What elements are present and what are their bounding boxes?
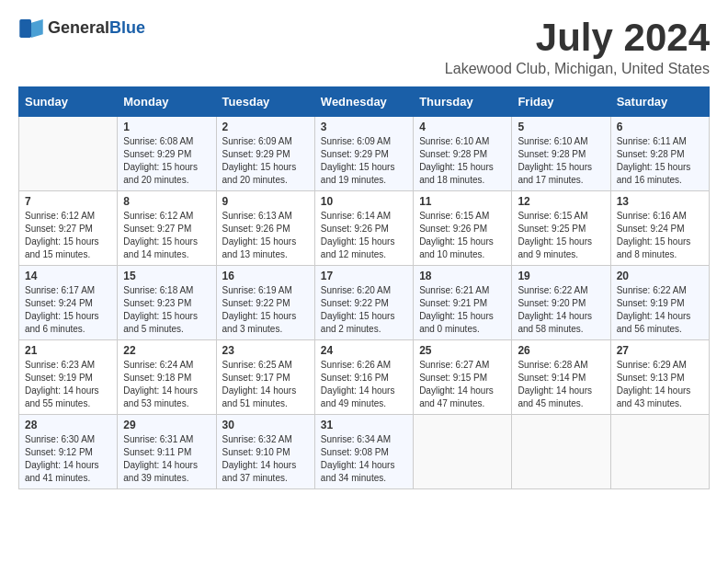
calendar-cell bbox=[414, 415, 512, 489]
logo-general: General bbox=[48, 18, 109, 37]
cell-content: Sunrise: 6:10 AM Sunset: 9:28 PM Dayligh… bbox=[518, 135, 604, 187]
calendar-cell: 11Sunrise: 6:15 AM Sunset: 9:26 PM Dayli… bbox=[414, 191, 512, 266]
location-subtitle: Lakewood Club, Michigan, United States bbox=[445, 61, 710, 77]
cell-content: Sunrise: 6:11 AM Sunset: 9:28 PM Dayligh… bbox=[617, 135, 703, 187]
day-number: 15 bbox=[123, 270, 210, 282]
calendar-week-row: 21Sunrise: 6:23 AM Sunset: 9:19 PM Dayli… bbox=[19, 340, 710, 415]
day-number: 7 bbox=[25, 195, 111, 208]
calendar-cell: 15Sunrise: 6:18 AM Sunset: 9:23 PM Dayli… bbox=[118, 266, 216, 340]
cell-content: Sunrise: 6:22 AM Sunset: 9:20 PM Dayligh… bbox=[518, 284, 604, 336]
cell-content: Sunrise: 6:10 AM Sunset: 9:28 PM Dayligh… bbox=[419, 135, 506, 187]
calendar-cell: 17Sunrise: 6:20 AM Sunset: 9:22 PM Dayli… bbox=[314, 266, 413, 340]
cell-content: Sunrise: 6:30 AM Sunset: 9:12 PM Dayligh… bbox=[25, 433, 111, 485]
calendar-cell: 2Sunrise: 6:09 AM Sunset: 9:29 PM Daylig… bbox=[216, 117, 314, 191]
calendar-cell bbox=[610, 415, 709, 489]
day-number: 27 bbox=[617, 344, 703, 357]
calendar-week-row: 7Sunrise: 6:12 AM Sunset: 9:27 PM Daylig… bbox=[19, 191, 710, 266]
cell-content: Sunrise: 6:26 AM Sunset: 9:16 PM Dayligh… bbox=[321, 359, 407, 410]
day-number: 5 bbox=[518, 121, 604, 133]
day-number: 1 bbox=[123, 121, 210, 133]
calendar-cell: 14Sunrise: 6:17 AM Sunset: 9:24 PM Dayli… bbox=[19, 266, 118, 340]
month-year-title: July 2024 bbox=[445, 18, 710, 57]
cell-content: Sunrise: 6:09 AM Sunset: 9:29 PM Dayligh… bbox=[321, 135, 407, 187]
cell-content: Sunrise: 6:24 AM Sunset: 9:18 PM Dayligh… bbox=[123, 359, 210, 410]
col-monday: Monday bbox=[118, 87, 216, 117]
calendar-cell: 16Sunrise: 6:19 AM Sunset: 9:22 PM Dayli… bbox=[216, 266, 314, 340]
calendar-cell: 28Sunrise: 6:30 AM Sunset: 9:12 PM Dayli… bbox=[19, 415, 118, 489]
day-number: 4 bbox=[419, 121, 506, 133]
day-number: 2 bbox=[222, 121, 309, 133]
cell-content: Sunrise: 6:13 AM Sunset: 9:26 PM Dayligh… bbox=[222, 210, 309, 261]
calendar-cell: 5Sunrise: 6:10 AM Sunset: 9:28 PM Daylig… bbox=[512, 117, 610, 191]
calendar-cell: 22Sunrise: 6:24 AM Sunset: 9:18 PM Dayli… bbox=[118, 340, 216, 415]
calendar-cell: 25Sunrise: 6:27 AM Sunset: 9:15 PM Dayli… bbox=[414, 340, 512, 415]
day-number: 16 bbox=[222, 270, 309, 282]
calendar-cell: 12Sunrise: 6:15 AM Sunset: 9:25 PM Dayli… bbox=[512, 191, 610, 266]
calendar-cell: 26Sunrise: 6:28 AM Sunset: 9:14 PM Dayli… bbox=[512, 340, 610, 415]
cell-content: Sunrise: 6:27 AM Sunset: 9:15 PM Dayligh… bbox=[419, 359, 506, 410]
cell-content: Sunrise: 6:18 AM Sunset: 9:23 PM Dayligh… bbox=[123, 284, 210, 336]
cell-content: Sunrise: 6:21 AM Sunset: 9:21 PM Dayligh… bbox=[419, 284, 506, 336]
calendar-cell: 27Sunrise: 6:29 AM Sunset: 9:13 PM Dayli… bbox=[610, 340, 709, 415]
day-number: 12 bbox=[518, 195, 604, 208]
cell-content: Sunrise: 6:32 AM Sunset: 9:10 PM Dayligh… bbox=[222, 433, 309, 485]
day-number: 21 bbox=[25, 344, 111, 357]
logo-text: GeneralBlue bbox=[48, 18, 145, 38]
cell-content: Sunrise: 6:09 AM Sunset: 9:29 PM Dayligh… bbox=[222, 135, 309, 187]
calendar-cell: 4Sunrise: 6:10 AM Sunset: 9:28 PM Daylig… bbox=[414, 117, 512, 191]
calendar-cell: 30Sunrise: 6:32 AM Sunset: 9:10 PM Dayli… bbox=[216, 415, 314, 489]
calendar-cell: 31Sunrise: 6:34 AM Sunset: 9:08 PM Dayli… bbox=[314, 415, 413, 489]
col-friday: Friday bbox=[512, 87, 610, 117]
calendar-table: Sunday Monday Tuesday Wednesday Thursday… bbox=[18, 86, 710, 489]
day-number: 17 bbox=[321, 270, 407, 282]
page-header: GeneralBlue July 2024 Lakewood Club, Mic… bbox=[18, 18, 710, 77]
days-of-week-row: Sunday Monday Tuesday Wednesday Thursday… bbox=[19, 87, 710, 117]
col-wednesday: Wednesday bbox=[314, 87, 413, 117]
cell-content: Sunrise: 6:15 AM Sunset: 9:25 PM Dayligh… bbox=[518, 210, 604, 261]
cell-content: Sunrise: 6:25 AM Sunset: 9:17 PM Dayligh… bbox=[222, 359, 309, 410]
day-number: 20 bbox=[617, 270, 703, 282]
calendar-cell: 13Sunrise: 6:16 AM Sunset: 9:24 PM Dayli… bbox=[610, 191, 709, 266]
svg-marker-1 bbox=[31, 19, 43, 38]
day-number: 24 bbox=[321, 344, 407, 357]
day-number: 9 bbox=[222, 195, 309, 208]
day-number: 14 bbox=[25, 270, 111, 282]
cell-content: Sunrise: 6:08 AM Sunset: 9:29 PM Dayligh… bbox=[123, 135, 210, 187]
calendar-cell: 21Sunrise: 6:23 AM Sunset: 9:19 PM Dayli… bbox=[19, 340, 118, 415]
calendar-week-row: 14Sunrise: 6:17 AM Sunset: 9:24 PM Dayli… bbox=[19, 266, 710, 340]
col-thursday: Thursday bbox=[414, 87, 512, 117]
calendar-cell: 6Sunrise: 6:11 AM Sunset: 9:28 PM Daylig… bbox=[610, 117, 709, 191]
calendar-cell: 18Sunrise: 6:21 AM Sunset: 9:21 PM Dayli… bbox=[414, 266, 512, 340]
day-number: 25 bbox=[419, 344, 506, 357]
calendar-cell: 24Sunrise: 6:26 AM Sunset: 9:16 PM Dayli… bbox=[314, 340, 413, 415]
cell-content: Sunrise: 6:12 AM Sunset: 9:27 PM Dayligh… bbox=[25, 210, 111, 261]
cell-content: Sunrise: 6:34 AM Sunset: 9:08 PM Dayligh… bbox=[321, 433, 407, 485]
day-number: 22 bbox=[123, 344, 210, 357]
day-number: 31 bbox=[321, 419, 407, 431]
day-number: 8 bbox=[123, 195, 210, 208]
calendar-cell bbox=[512, 415, 610, 489]
cell-content: Sunrise: 6:20 AM Sunset: 9:22 PM Dayligh… bbox=[321, 284, 407, 336]
cell-content: Sunrise: 6:22 AM Sunset: 9:19 PM Dayligh… bbox=[617, 284, 703, 336]
cell-content: Sunrise: 6:28 AM Sunset: 9:14 PM Dayligh… bbox=[518, 359, 604, 410]
col-sunday: Sunday bbox=[19, 87, 118, 117]
day-number: 3 bbox=[321, 121, 407, 133]
calendar-cell: 8Sunrise: 6:12 AM Sunset: 9:27 PM Daylig… bbox=[118, 191, 216, 266]
title-section: July 2024 Lakewood Club, Michigan, Unite… bbox=[445, 18, 710, 77]
logo-icon bbox=[18, 19, 44, 38]
logo-blue: Blue bbox=[109, 18, 145, 37]
day-number: 30 bbox=[222, 419, 309, 431]
calendar-cell: 19Sunrise: 6:22 AM Sunset: 9:20 PM Dayli… bbox=[512, 266, 610, 340]
calendar-cell: 7Sunrise: 6:12 AM Sunset: 9:27 PM Daylig… bbox=[19, 191, 118, 266]
cell-content: Sunrise: 6:17 AM Sunset: 9:24 PM Dayligh… bbox=[25, 284, 111, 336]
calendar-body: 1Sunrise: 6:08 AM Sunset: 9:29 PM Daylig… bbox=[19, 117, 710, 489]
cell-content: Sunrise: 6:12 AM Sunset: 9:27 PM Dayligh… bbox=[123, 210, 210, 261]
calendar-header: Sunday Monday Tuesday Wednesday Thursday… bbox=[19, 87, 710, 117]
day-number: 13 bbox=[617, 195, 703, 208]
calendar-week-row: 1Sunrise: 6:08 AM Sunset: 9:29 PM Daylig… bbox=[19, 117, 710, 191]
day-number: 23 bbox=[222, 344, 309, 357]
calendar-cell: 23Sunrise: 6:25 AM Sunset: 9:17 PM Dayli… bbox=[216, 340, 314, 415]
col-tuesday: Tuesday bbox=[216, 87, 314, 117]
calendar-cell: 10Sunrise: 6:14 AM Sunset: 9:26 PM Dayli… bbox=[314, 191, 413, 266]
calendar-cell: 9Sunrise: 6:13 AM Sunset: 9:26 PM Daylig… bbox=[216, 191, 314, 266]
